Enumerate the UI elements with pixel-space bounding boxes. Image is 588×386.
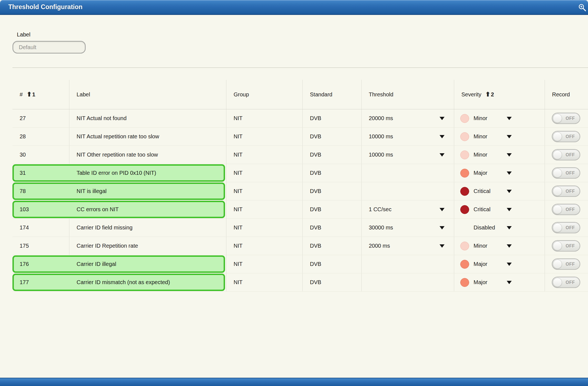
severity-dropdown-arrow-icon[interactable]: [507, 263, 512, 266]
row-severity: Disabled: [474, 224, 495, 231]
row-standard: DVB: [310, 206, 321, 213]
record-toggle[interactable]: OFF: [552, 167, 580, 179]
record-toggle[interactable]: OFF: [552, 222, 580, 233]
magnifier-icon[interactable]: [578, 3, 586, 12]
row-severity: Major: [474, 170, 487, 176]
severity-dropdown-arrow-icon[interactable]: [507, 226, 512, 229]
severity-dropdown-arrow-icon[interactable]: [507, 281, 512, 284]
threshold-dropdown-arrow-icon[interactable]: [440, 208, 445, 211]
row-num: 27: [20, 115, 26, 121]
table-body: 27 NIT Actual not found NIT DVB 20000 ms…: [12, 109, 588, 292]
row-severity: Minor: [474, 243, 487, 249]
bottom-bar: [0, 378, 588, 386]
severity-dot-icon: [460, 187, 469, 196]
column-header-label: Group: [234, 91, 249, 98]
row-threshold: 20000 ms: [369, 115, 393, 121]
record-toggle-knob: [553, 241, 562, 250]
severity-dropdown-arrow-icon[interactable]: [507, 190, 512, 193]
severity-cell[interactable]: Major: [454, 255, 545, 273]
row-severity: Critical: [474, 188, 490, 194]
column-header-group[interactable]: Group: [226, 80, 302, 109]
threshold-cell[interactable]: 2000 ms: [361, 237, 454, 255]
severity-cell[interactable]: Minor: [454, 128, 545, 146]
row-threshold: 1 CC/sec: [369, 206, 391, 213]
table-row[interactable]: 31 Table ID error on PID 0x10 (NIT) NIT …: [12, 164, 588, 182]
record-toggle-label: OFF: [566, 134, 575, 139]
threshold-cell[interactable]: 10000 ms: [361, 128, 454, 146]
record-toggle[interactable]: OFF: [552, 204, 580, 215]
severity-dropdown-arrow-icon[interactable]: [507, 117, 512, 120]
threshold-dropdown-arrow-icon[interactable]: [440, 226, 445, 229]
table-row[interactable]: 175 Carrier ID Repetition rate NIT DVB 2…: [12, 237, 588, 255]
threshold-dropdown-arrow-icon[interactable]: [440, 244, 445, 248]
sort-asc-icon: ⬆: [27, 91, 32, 97]
record-toggle-label: OFF: [566, 171, 575, 176]
record-toggle-knob: [553, 260, 562, 269]
column-header-label: Severity: [461, 91, 481, 98]
row-num: 78: [20, 188, 26, 194]
row-num: 30: [20, 152, 26, 158]
severity-cell[interactable]: Major: [454, 164, 545, 182]
row-label: Carrier ID Repetition rate: [77, 243, 138, 249]
column-header-standard[interactable]: Standard: [302, 80, 361, 109]
record-toggle[interactable]: OFF: [552, 240, 580, 252]
table-row[interactable]: 78 NIT is illegal NIT DVB Critical OFF: [12, 182, 588, 200]
severity-dropdown-arrow-icon[interactable]: [507, 208, 512, 211]
table-row[interactable]: 177 Carrier ID mismatch (not as expected…: [12, 273, 588, 292]
threshold-cell[interactable]: 10000 ms: [361, 146, 454, 164]
row-label: Carrier ID field missing: [77, 224, 132, 231]
record-toggle[interactable]: OFF: [552, 186, 580, 197]
severity-dropdown-arrow-icon[interactable]: [507, 171, 512, 175]
label-input[interactable]: [12, 41, 86, 54]
severity-dropdown-arrow-icon[interactable]: [507, 244, 512, 248]
row-standard: DVB: [310, 152, 321, 158]
severity-dot-icon: [460, 242, 469, 250]
threshold-cell[interactable]: 1 CC/sec: [361, 200, 454, 218]
table-row[interactable]: 176 Carrier ID illegal NIT DVB Major OFF: [12, 255, 588, 273]
column-header-num[interactable]: # ⬆ 1: [12, 80, 69, 109]
severity-cell[interactable]: Major: [454, 273, 545, 291]
threshold-cell[interactable]: [361, 164, 454, 182]
threshold-dropdown-arrow-icon[interactable]: [440, 153, 445, 157]
severity-cell[interactable]: Minor: [454, 146, 545, 164]
threshold-dropdown-arrow-icon[interactable]: [440, 117, 445, 120]
row-standard: DVB: [310, 279, 321, 285]
severity-dot-icon: [460, 150, 469, 159]
record-toggle[interactable]: OFF: [552, 131, 580, 142]
record-toggle-label: OFF: [566, 280, 575, 285]
row-severity: Minor: [474, 133, 487, 140]
threshold-cell[interactable]: 30000 ms: [361, 219, 454, 237]
severity-dot-icon: [460, 205, 469, 214]
severity-cell[interactable]: Disabled: [454, 219, 545, 237]
record-toggle[interactable]: OFF: [552, 258, 580, 270]
severity-dropdown-arrow-icon[interactable]: [507, 153, 512, 157]
record-toggle[interactable]: OFF: [552, 149, 580, 160]
table-row[interactable]: 103 CC errors on NIT NIT DVB 1 CC/sec Cr…: [12, 200, 588, 219]
table-row[interactable]: 28 NIT Actual repetition rate too slow N…: [12, 128, 588, 146]
column-header-severity[interactable]: Severity ⬆ 2: [454, 80, 545, 109]
column-header-record[interactable]: Record: [545, 80, 588, 109]
severity-cell[interactable]: Critical: [454, 182, 545, 200]
column-header-threshold[interactable]: Threshold: [361, 80, 454, 109]
threshold-cell[interactable]: 20000 ms: [361, 109, 454, 127]
titlebar[interactable]: Threshold Configuration: [0, 0, 588, 15]
severity-cell[interactable]: Critical: [454, 200, 545, 218]
severity-dropdown-arrow-icon[interactable]: [507, 135, 512, 138]
table-row[interactable]: 174 Carrier ID field missing NIT DVB 300…: [12, 219, 588, 237]
threshold-cell[interactable]: [361, 182, 454, 200]
threshold-dropdown-arrow-icon[interactable]: [440, 135, 445, 138]
threshold-cell[interactable]: [361, 255, 454, 273]
column-header-label-col[interactable]: Label: [69, 80, 226, 109]
row-num: 175: [20, 243, 29, 249]
threshold-cell[interactable]: [361, 273, 454, 291]
record-toggle[interactable]: OFF: [552, 277, 580, 288]
table-row[interactable]: 30 NIT Other repetition rate too slow NI…: [12, 146, 588, 164]
row-severity: Minor: [474, 115, 487, 121]
row-group: NIT: [234, 279, 242, 285]
row-label: Carrier ID illegal: [77, 261, 116, 267]
severity-dot-icon: [460, 132, 469, 141]
record-toggle[interactable]: OFF: [552, 113, 580, 124]
severity-cell[interactable]: Minor: [454, 237, 545, 255]
table-row[interactable]: 27 NIT Actual not found NIT DVB 20000 ms…: [12, 109, 588, 128]
severity-cell[interactable]: Minor: [454, 109, 545, 127]
